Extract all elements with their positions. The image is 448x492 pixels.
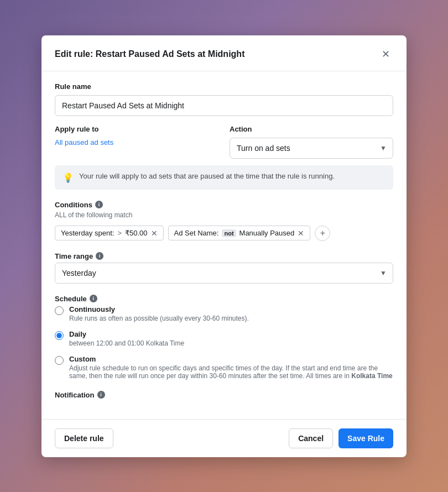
action-select-wrapper: Turn on ad sets Turn off ad sets Adjust … — [230, 138, 393, 159]
schedule-daily-item[interactable]: Daily between 12:00 and 01:00 Kolkata Ti… — [55, 330, 393, 347]
apply-rule-section: Apply rule to All paused ad sets — [55, 125, 218, 146]
info-box-text: Your rule will apply to ad sets that are… — [79, 172, 335, 180]
conditions-info-icon[interactable]: i — [95, 201, 103, 208]
save-rule-button[interactable]: Save Rule — [338, 428, 393, 448]
chip2-close-button[interactable]: ✕ — [298, 229, 304, 237]
time-range-select-wrapper: Yesterday Today Last 7 days Last 30 days… — [55, 263, 393, 284]
apply-rule-link[interactable]: All paused ad sets — [55, 138, 113, 146]
chip1-key: Yesterday spent: — [61, 229, 114, 237]
modal-title: Edit rule: Restart Paused Ad Sets at Mid… — [55, 49, 244, 59]
notification-label-text: Notification — [55, 391, 95, 399]
schedule-custom-label: Custom — [69, 355, 393, 363]
condition-chip-2: Ad Set Name: not Manually Paused ✕ — [168, 226, 311, 240]
schedule-info-icon[interactable]: i — [90, 295, 97, 302]
schedule-custom-text: Custom Adjust rule schedule to run on sp… — [69, 355, 393, 380]
time-range-label: Time range i — [55, 252, 393, 260]
conditions-label: Conditions i — [55, 201, 393, 209]
schedule-daily-sub: between 12:00 and 01:00 Kolkata Time — [69, 339, 184, 347]
modal-header: Edit rule: Restart Paused Ad Sets at Mid… — [41, 35, 407, 71]
apply-rule-label: Apply rule to — [55, 125, 218, 133]
footer-right: Cancel Save Rule — [289, 428, 393, 448]
conditions-label-text: Conditions — [55, 201, 92, 209]
schedule-daily-label: Daily — [69, 330, 184, 338]
action-label: Action — [230, 125, 393, 133]
condition-chip-1: Yesterday spent: > ₹50.00 ✕ — [55, 226, 164, 240]
lightbulb-icon: 💡 — [62, 172, 74, 183]
schedule-label: Schedule i — [55, 295, 393, 303]
chip1-close-button[interactable]: ✕ — [151, 229, 158, 237]
schedule-label-text: Schedule — [55, 295, 87, 303]
modal-body: Rule name Apply rule to All paused ad se… — [41, 71, 407, 419]
chip1-value: ₹50.00 — [125, 229, 148, 237]
close-button[interactable]: ✕ — [378, 46, 393, 62]
schedule-continuously-sub: Rule runs as often as possible (usually … — [69, 315, 249, 322]
apply-action-row: Apply rule to All paused ad sets Action … — [55, 125, 393, 159]
rule-name-label: Rule name — [55, 82, 393, 91]
notification-label: Notification i — [55, 391, 393, 399]
schedule-custom-sub: Adjust rule schedule to run on specific … — [69, 364, 393, 380]
notification-info-icon[interactable]: i — [97, 391, 105, 399]
chip1-op: > — [117, 229, 122, 237]
schedule-continuously-label: Continuously — [69, 305, 249, 313]
modal-footer: Delete rule Cancel Save Rule — [41, 419, 407, 457]
conditions-row: Yesterday spent: > ₹50.00 ✕ Ad Set Name:… — [55, 226, 393, 241]
chip2-key: Ad Set Name: — [174, 229, 219, 237]
time-range-select[interactable]: Yesterday Today Last 7 days Last 30 days — [55, 263, 393, 284]
info-box: 💡 Your rule will apply to ad sets that a… — [55, 165, 393, 190]
schedule-custom-timezone: Kolkata Time — [351, 372, 392, 380]
cancel-button[interactable]: Cancel — [289, 428, 333, 448]
action-select[interactable]: Turn on ad sets Turn off ad sets Adjust … — [230, 138, 393, 159]
schedule-continuously-radio[interactable] — [55, 306, 64, 315]
time-range-label-text: Time range — [55, 252, 93, 260]
edit-rule-modal: Edit rule: Restart Paused Ad Sets at Mid… — [41, 35, 407, 457]
schedule-custom-radio[interactable] — [55, 356, 64, 365]
schedule-daily-radio[interactable] — [55, 331, 64, 340]
action-section: Action Turn on ad sets Turn off ad sets … — [230, 125, 393, 159]
schedule-daily-text: Daily between 12:00 and 01:00 Kolkata Ti… — [69, 330, 184, 347]
schedule-continuously-text: Continuously Rule runs as often as possi… — [69, 305, 249, 322]
rule-name-input[interactable] — [55, 95, 393, 116]
schedule-radio-group: Continuously Rule runs as often as possi… — [55, 305, 393, 380]
add-condition-button[interactable]: + — [315, 226, 330, 241]
time-range-info-icon[interactable]: i — [96, 252, 103, 260]
conditions-sub-label: ALL of the following match — [55, 211, 393, 219]
chip2-modifier: not — [222, 229, 236, 237]
delete-rule-button[interactable]: Delete rule — [55, 428, 113, 448]
schedule-custom-item[interactable]: Custom Adjust rule schedule to run on sp… — [55, 355, 393, 380]
schedule-continuously-item[interactable]: Continuously Rule runs as often as possi… — [55, 305, 393, 322]
chip2-value: Manually Paused — [239, 229, 295, 237]
